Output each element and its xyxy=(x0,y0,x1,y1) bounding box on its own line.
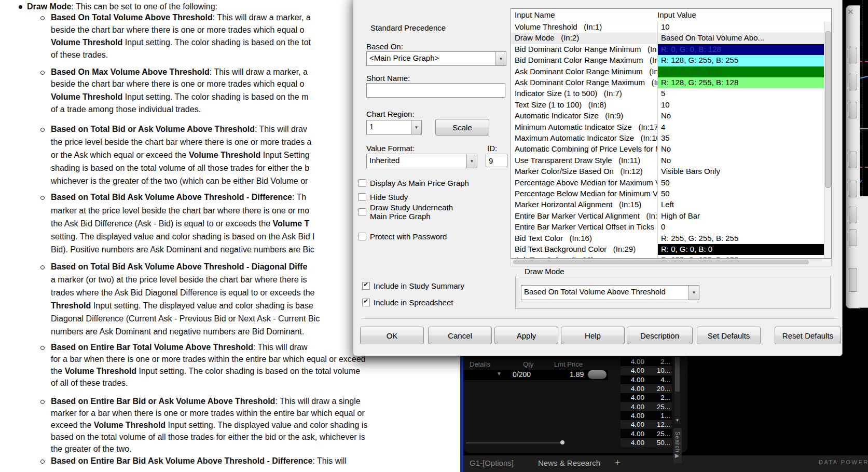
input-row[interactable]: Percentage Above Median for Maximum Vol.… xyxy=(511,178,824,189)
input-row[interactable]: Automatic Combining of Price Levels for … xyxy=(511,144,824,155)
checkbox-box[interactable]: ✔ xyxy=(362,299,370,306)
ladder-scrollbar-thumb[interactable] xyxy=(675,357,680,392)
input-value-cell[interactable]: 10 xyxy=(658,100,824,111)
input-value-cell[interactable]: Left xyxy=(658,199,824,210)
input-row[interactable]: Maximum Automatic Indicator Size (In:10)… xyxy=(511,133,824,144)
checkbox-protect-with-password[interactable]: Protect with Password xyxy=(359,232,447,241)
input-row[interactable]: Marker Color/Size Based On (In:12)Visibl… xyxy=(511,166,824,178)
checkbox-box[interactable] xyxy=(359,208,366,216)
chevron-down-icon[interactable]: ▼ xyxy=(497,371,502,376)
input-value-cell[interactable]: No xyxy=(658,144,824,155)
chevron-down-icon[interactable]: ▼ xyxy=(688,286,699,300)
ladder-scroll-down-icon[interactable]: ▼ xyxy=(674,417,680,424)
input-value-cell[interactable]: R: 255, G: 255, B: 255 xyxy=(658,233,824,244)
order-row[interactable] xyxy=(463,370,608,380)
draw-mode-dropdown[interactable]: Based On Total Volume Above Threshold ▼ xyxy=(521,285,699,300)
ladder-scrollbar[interactable] xyxy=(674,357,680,416)
input-value-cell[interactable]: 35 xyxy=(658,133,824,144)
search-tab[interactable]: Search▶ xyxy=(673,428,682,463)
cancel-button[interactable]: Cancel xyxy=(428,327,492,344)
table-hscrollbar-thumb[interactable] xyxy=(513,260,809,264)
tab-news-research[interactable]: News & Research xyxy=(538,458,600,467)
input-row[interactable]: Ask Dominant Color Range Maximum (In:6)R… xyxy=(511,77,824,89)
input-row[interactable]: Volume Threshold (In:1)10 xyxy=(511,22,824,33)
ladder-row[interactable]: 4.002... xyxy=(621,357,672,366)
table-vertical-scrollbar[interactable] xyxy=(824,22,831,258)
checkbox-box[interactable] xyxy=(359,193,366,201)
input-value-cell[interactable]: 5 xyxy=(658,88,824,99)
checkbox-hide-study[interactable]: Hide Study xyxy=(359,193,408,201)
input-row[interactable]: Bid Dominant Color Range Minimum (In:3)R… xyxy=(511,44,824,56)
chevron-down-icon[interactable]: ▼ xyxy=(411,120,421,134)
input-row[interactable]: Use Transparent Draw Style (In:11)No xyxy=(511,155,824,167)
checkbox-box[interactable] xyxy=(359,179,366,187)
value-format-dropdown[interactable]: Inherited ▼ xyxy=(366,154,477,168)
input-row[interactable]: Percentage Below Median for Minimum Volu… xyxy=(511,188,824,200)
dom-slider-knob[interactable] xyxy=(560,440,564,444)
reset-defaults-button[interactable]: Reset Defaults xyxy=(775,327,841,344)
input-value-cell[interactable]: R: 0, G: 0, B: 0 xyxy=(658,244,824,255)
input-value-cell[interactable]: 0 xyxy=(658,222,824,233)
ladder-row[interactable]: 4.0020... xyxy=(621,384,672,393)
input-value-cell[interactable]: 50 xyxy=(658,188,824,199)
input-row[interactable]: Ask Text Color (In:30)R: 255, G: 255, B:… xyxy=(511,255,824,259)
checkbox-include-in-spreadsheet[interactable]: ✔Include in Spreadsheet xyxy=(362,298,453,307)
input-value-cell[interactable]: R: 255, G: 255, B: 255 xyxy=(658,255,824,259)
input-row[interactable]: Marker Horizontal Alignment (In:15)Left xyxy=(511,199,824,211)
input-row[interactable]: Minimum Automatic Indicator Size (In:17)… xyxy=(511,122,824,133)
id-input[interactable] xyxy=(486,154,507,167)
input-row[interactable]: Bid Text Color (In:16)R: 255, G: 255, B:… xyxy=(511,233,824,245)
table-horizontal-scrollbar[interactable] xyxy=(511,259,832,266)
checkbox-include-in-study-summary[interactable]: ✔Include in Study Summary xyxy=(362,281,464,290)
ladder-row[interactable]: 4.004... xyxy=(621,375,672,384)
ok-button[interactable]: OK xyxy=(360,327,424,344)
apply-button[interactable]: Apply xyxy=(494,327,558,344)
input-row[interactable]: Draw Mode (In:2)Based On Total Volume Ab… xyxy=(511,33,824,44)
chart-region-dropdown[interactable]: 1 ▼ xyxy=(366,120,422,134)
short-name-input[interactable] xyxy=(366,83,505,98)
input-row[interactable]: Bid Text Background Color (In:29)R: 0, G… xyxy=(511,244,824,255)
set-defaults-button[interactable]: Set Defaults xyxy=(697,327,761,344)
ladder-row[interactable]: 4.0050... xyxy=(621,438,672,447)
chevron-down-icon[interactable]: ▼ xyxy=(495,52,506,65)
ladder-row[interactable]: 4.0012... xyxy=(621,420,672,429)
input-value-cell[interactable]: Based On Total Volume Abo... xyxy=(658,33,824,44)
description-button[interactable]: Description xyxy=(627,327,693,344)
help-button[interactable]: Help xyxy=(561,327,625,344)
tab-g1-options[interactable]: G1-[Options] xyxy=(470,458,514,467)
chevron-down-icon[interactable]: ▼ xyxy=(466,154,477,168)
input-value-cell[interactable]: R: 128, G: 255, B: 255 xyxy=(658,55,824,66)
close-icon[interactable]: ✕ xyxy=(847,7,854,17)
input-value-cell[interactable]: Visible Bars Only xyxy=(658,166,824,177)
checkbox-display-as-main-price-graph[interactable]: Display As Main Price Graph xyxy=(359,179,469,187)
input-row[interactable]: Entire Bar Marker Vertical Offset in Tic… xyxy=(511,222,824,233)
ladder-row[interactable]: 4.002... xyxy=(621,393,672,402)
order-slider-handle[interactable] xyxy=(588,370,607,379)
input-row[interactable]: Entire Bar Marker Vertical Alignment (In… xyxy=(511,211,824,222)
input-row[interactable]: Bid Dominant Color Range Maximum (In:4)R… xyxy=(511,55,824,66)
scale-button[interactable]: Scale xyxy=(435,119,489,136)
table-scrollbar-thumb[interactable] xyxy=(825,31,831,188)
checkbox-box[interactable] xyxy=(359,233,366,240)
add-tab-icon[interactable]: + xyxy=(615,457,621,468)
input-value-cell[interactable]: High of Bar xyxy=(658,211,824,222)
input-row[interactable]: Ask Dominant Color Range Minimum (In:5)R… xyxy=(511,66,824,78)
ladder-row[interactable]: 4.001... xyxy=(621,411,672,420)
input-value-cell[interactable]: R: 128, G: 255, B: 128 xyxy=(658,77,824,88)
input-row[interactable]: Text Size (1 to 100) (In:8)10 xyxy=(511,100,824,111)
input-row[interactable]: Automatic Indicator Size (In:9)No xyxy=(511,111,824,122)
dom-slider-track[interactable] xyxy=(466,442,563,443)
input-value-cell[interactable]: No xyxy=(658,111,824,122)
input-value-cell[interactable]: R: 0, G: 0, B: 128 xyxy=(658,44,824,55)
input-value-cell[interactable]: 10 xyxy=(658,22,824,33)
input-value-cell[interactable]: No xyxy=(658,155,824,166)
checkbox-draw-study-underneath-main-price-graph[interactable]: Draw Study Underneath Main Price Graph xyxy=(359,203,466,221)
ladder-row[interactable]: 4.0010... xyxy=(621,366,672,375)
input-row[interactable]: Indicator Size (1 to 500) (In:7)5 xyxy=(511,88,824,100)
input-value-cell[interactable]: 50 xyxy=(658,178,824,188)
checkbox-box[interactable]: ✔ xyxy=(362,282,370,290)
ladder-row[interactable]: 4.0025... xyxy=(621,402,672,411)
input-value-cell[interactable]: R: 0, G: 128, B: 0 xyxy=(658,66,824,77)
input-value-cell[interactable]: 4 xyxy=(658,122,824,133)
ladder-row[interactable]: 4.0025... xyxy=(621,429,672,438)
